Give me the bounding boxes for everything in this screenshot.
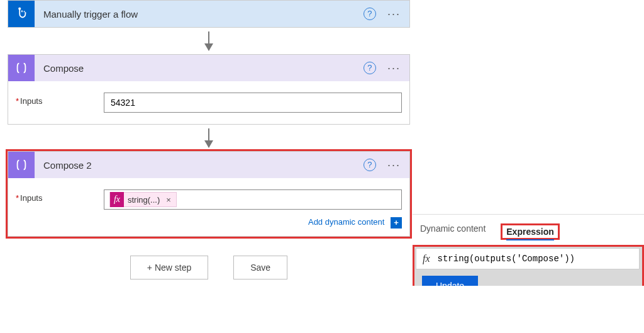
compose2-card: Compose 2 ? ··· *Inputs fx string(...) ×… bbox=[8, 151, 410, 237]
help-icon[interactable]: ? bbox=[364, 159, 376, 171]
more-icon[interactable]: ··· bbox=[385, 62, 403, 75]
add-dynamic-content-link[interactable]: Add dynamic content bbox=[308, 217, 384, 227]
footer-buttons: + New step Save bbox=[8, 237, 410, 286]
panel-tabs: Dynamic content Expression bbox=[413, 215, 644, 245]
compose-card: Compose ? ··· *Inputs bbox=[8, 54, 410, 125]
chip-label: string(...) bbox=[124, 195, 164, 205]
fx-icon: fx bbox=[110, 192, 124, 207]
trigger-title: Manually trigger a flow bbox=[35, 9, 364, 20]
new-step-button[interactable]: + New step bbox=[130, 256, 208, 279]
compose2-header[interactable]: Compose 2 ? ··· bbox=[8, 152, 409, 178]
trigger-header[interactable]: Manually trigger a flow ? ··· bbox=[8, 1, 409, 27]
compose2-body: *Inputs fx string(...) × bbox=[8, 178, 409, 213]
inputs-field[interactable]: fx string(...) × bbox=[104, 189, 402, 210]
inputs-label: *Inputs bbox=[16, 93, 104, 106]
connector-arrow bbox=[8, 125, 410, 151]
add-dynamic-content-button[interactable]: + bbox=[391, 217, 402, 229]
help-icon[interactable]: ? bbox=[364, 62, 376, 74]
save-button[interactable]: Save bbox=[233, 256, 287, 279]
compose-title: Compose bbox=[35, 63, 364, 74]
compose-icon bbox=[8, 55, 35, 81]
trigger-card: Manually trigger a flow ? ··· bbox=[8, 0, 410, 28]
compose-header[interactable]: Compose ? ··· bbox=[8, 55, 409, 81]
chip-remove-icon[interactable]: × bbox=[164, 195, 176, 205]
inputs-input[interactable] bbox=[109, 97, 396, 108]
expression-input-row: fx bbox=[416, 248, 640, 269]
fx-icon: fx bbox=[416, 253, 436, 264]
inputs-label: *Inputs bbox=[16, 189, 104, 203]
compose2-title: Compose 2 bbox=[35, 160, 364, 171]
tab-dynamic-content[interactable]: Dynamic content bbox=[420, 223, 486, 236]
tab-expression[interactable]: Expression bbox=[506, 227, 553, 240]
svg-point-0 bbox=[19, 8, 20, 9]
tab-expression-highlight: Expression bbox=[501, 223, 559, 240]
more-icon[interactable]: ··· bbox=[385, 8, 403, 21]
add-dynamic-row: Add dynamic content + bbox=[8, 213, 409, 235]
expression-chip[interactable]: fx string(...) × bbox=[109, 192, 177, 207]
manual-trigger-icon bbox=[8, 1, 35, 27]
compose-body: *Inputs bbox=[8, 81, 409, 124]
expression-area: fx Update bbox=[413, 245, 644, 286]
expression-input[interactable] bbox=[436, 251, 639, 266]
inputs-field[interactable] bbox=[104, 93, 402, 113]
compose-icon bbox=[8, 152, 35, 178]
expression-panel: Dynamic content Expression fx Update Str… bbox=[413, 214, 644, 286]
more-icon[interactable]: ··· bbox=[385, 159, 403, 172]
help-icon[interactable]: ? bbox=[364, 8, 376, 20]
connector-arrow bbox=[8, 28, 410, 54]
update-button[interactable]: Update bbox=[422, 276, 478, 286]
